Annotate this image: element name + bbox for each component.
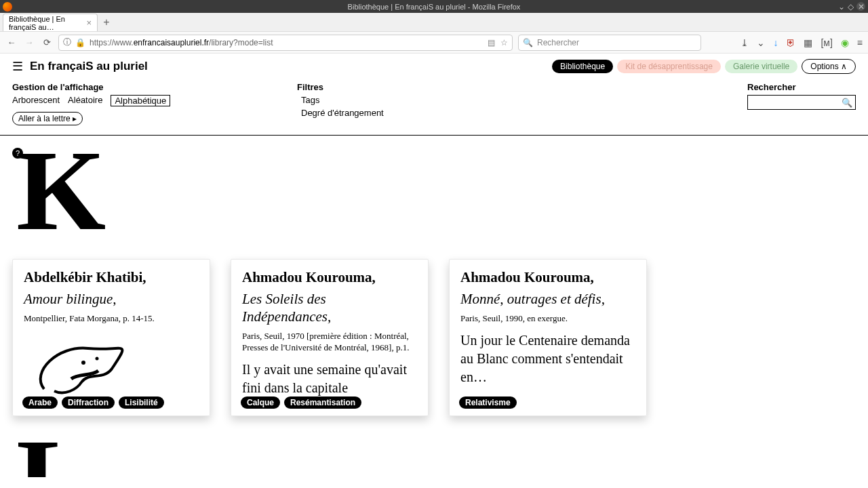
entry-pub: Paris, Seuil, 1990, en exergue. (460, 313, 635, 325)
ext-icon-3[interactable]: ◉ (841, 37, 849, 48)
mode-aleatoire[interactable]: Aléatoire (68, 95, 102, 106)
ext-icon-2[interactable]: [м] (821, 37, 832, 48)
entry-illustration (24, 331, 199, 402)
entry-title: Amour bilingue, (24, 290, 199, 308)
mode-arborescent[interactable]: Arborescent (12, 95, 60, 106)
new-tab-button[interactable]: + (98, 14, 115, 31)
browser-tab[interactable]: Bibliothèque | En françaiS au… × (3, 14, 98, 31)
search-icon: 🔍 (523, 38, 533, 47)
site-info-icon[interactable]: ⓘ (63, 37, 71, 48)
entry-excerpt: Un jour le Centenaire demanda au Blanc c… (460, 331, 635, 386)
filters-label: Filtres (297, 82, 677, 92)
navigation-toolbar: ← → ⟳ ⓘ 🔒 https://www.enfrancaisauplurie… (0, 32, 868, 54)
goto-letter-button[interactable]: Aller à la lettre ▸ (12, 112, 83, 125)
nav-bibliotheque[interactable]: Bibliothèque (552, 60, 613, 73)
pocket-icon[interactable]: ⌄ (757, 37, 765, 48)
back-button[interactable]: ← (5, 37, 18, 47)
downloads-icon[interactable]: ↓ (773, 37, 778, 48)
forward-button[interactable]: → (23, 37, 35, 47)
page-search-input[interactable]: 🔍 (747, 95, 856, 110)
entry-excerpt: Il y avait une semaine qu'avait fini dan… (242, 361, 417, 397)
svg-point-2 (96, 357, 99, 360)
minimize-icon[interactable]: ⌄ (838, 2, 845, 12)
reload-button[interactable]: ⟳ (41, 37, 53, 47)
tag[interactable]: Relativisme (459, 396, 517, 409)
filter-tags[interactable]: Tags (301, 95, 677, 105)
app-menu-icon[interactable]: ≡ (857, 37, 863, 48)
page-search-label: Rechercher (747, 82, 856, 92)
url-text: https://www.enfrancaisaupluriel.fr/libra… (90, 38, 273, 47)
entry-title: Monné, outrages et défis, (460, 290, 635, 308)
tag[interactable]: Diffraction (62, 396, 115, 409)
extensions-icon[interactable]: ⤓ (741, 37, 749, 48)
reader-mode-icon[interactable]: ▤ (488, 38, 495, 47)
entry-author: Ahmadou Kourouma, (242, 269, 417, 286)
controls-row: Gestion de l'affichage Arborescent Aléat… (0, 79, 868, 132)
ublock-icon[interactable]: ⛨ (786, 37, 795, 48)
mode-alphabetique[interactable]: Alphabétique (111, 95, 170, 106)
window-titlebar: Bibliothèque | En françaiS au pluriel - … (0, 0, 868, 13)
tag[interactable]: Resémantisation (284, 396, 361, 409)
nav-kit[interactable]: Kit de désapprentissage (617, 60, 721, 73)
lock-icon: 🔒 (75, 38, 85, 47)
section-letter-next: L (16, 436, 856, 477)
entry-pub: Montpellier, Fata Morgana, p. 14-15. (24, 313, 199, 325)
browser-search-field[interactable]: 🔍 Rechercher (518, 35, 701, 51)
entry-title: Les Soleils des Indépendances, (242, 290, 417, 326)
hamburger-icon[interactable]: ☰ (12, 59, 23, 74)
tag[interactable]: Arabe (22, 396, 58, 409)
tab-label: Bibliothèque | En françaiS au… (9, 15, 82, 31)
site-name[interactable]: En françaiS au pluriel (30, 60, 148, 73)
entry-author: Ahmadou Kourouma, (460, 269, 635, 286)
nav-galerie[interactable]: Galerie virtuelle (725, 60, 797, 73)
section-letter: K (16, 148, 856, 235)
options-toggle[interactable]: Options ∧ (802, 59, 856, 74)
window-title: Bibliothèque | En françaiS au pluriel - … (348, 3, 521, 11)
help-button[interactable]: ? (12, 148, 23, 159)
filter-degree[interactable]: Degré d'étrangement (301, 108, 677, 118)
close-tab-icon[interactable]: × (86, 18, 92, 28)
entry-author: Abdelkébir Khatibi, (24, 269, 199, 286)
search-placeholder: Rechercher (537, 38, 579, 47)
ext-icon-1[interactable]: ▦ (804, 37, 812, 48)
tag[interactable]: Lisibilité (119, 396, 164, 409)
display-label: Gestion de l'affichage (12, 82, 297, 92)
page-header: ☰ En françaiS au pluriel Bibliothèque Ki… (0, 54, 868, 79)
maximize-icon[interactable]: ◇ (848, 2, 854, 12)
entry-card[interactable]: Ahmadou Kourouma, Monné, outrages et déf… (449, 259, 647, 416)
tag[interactable]: Calque (241, 396, 280, 409)
address-bar[interactable]: ⓘ 🔒 https://www.enfrancaisaupluriel.fr/l… (58, 35, 513, 51)
search-icon: 🔍 (842, 98, 852, 108)
firefox-icon (3, 2, 12, 12)
entry-card[interactable]: Ahmadou Kourouma, Les Soleils des Indépe… (231, 259, 429, 416)
bookmark-star-icon[interactable]: ☆ (500, 38, 508, 47)
svg-rect-0 (24, 331, 139, 399)
entry-card[interactable]: Abdelkébir Khatibi, Amour bilingue, Mont… (12, 259, 210, 416)
close-window-icon[interactable]: ✕ (856, 2, 865, 11)
entry-pub: Paris, Seuil, 1970 [première édition : M… (242, 331, 417, 354)
tab-bar: Bibliothèque | En françaiS au… × + (0, 13, 868, 32)
svg-point-1 (81, 361, 85, 365)
